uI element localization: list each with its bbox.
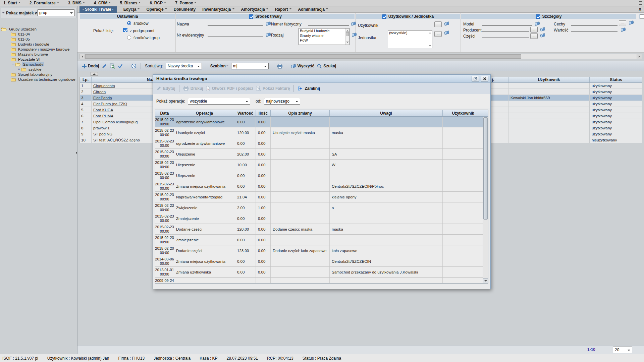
tree-item[interactable]: 011-05 [0, 37, 77, 42]
history-column-header[interactable]: Data [155, 110, 174, 116]
radio-srodkow-i-grup[interactable] [127, 36, 131, 40]
eraser-icon[interactable] [629, 20, 634, 25]
horizontal-scrollbar[interactable] [79, 54, 642, 59]
module-menu-item[interactable]: Operacje [146, 7, 167, 12]
eraser-icon[interactable] [266, 33, 271, 37]
expand-icon[interactable]: + [17, 67, 21, 71]
rodzaj-option[interactable]: Budynki i budowle [299, 28, 345, 33]
rodzaj-option[interactable]: Grunty własne [299, 33, 345, 38]
tree-item[interactable]: Sprzęt laboratoryjny [0, 72, 77, 77]
scroll-down-icon[interactable] [346, 42, 349, 44]
asset-name-link[interactable]: Fiat Punto (na FZK) [93, 102, 127, 106]
scroll-thumb[interactable] [483, 117, 488, 220]
history-row[interactable]: 2015-02-2300:00Ulepszenie0.000.00 [155, 170, 483, 181]
jednostka-picker-button[interactable]: ... [434, 31, 442, 37]
asset-name-link[interactable]: Citroen [93, 90, 106, 94]
scrollbar[interactable] [345, 28, 349, 45]
asset-name-link[interactable]: prawowl1 [93, 126, 110, 130]
scroll-thumb[interactable] [346, 32, 349, 36]
tree-item[interactable]: Grupy urządzeń [0, 26, 77, 32]
collapse-icon[interactable]: − [11, 62, 15, 66]
vertical-scrollbar[interactable] [483, 117, 488, 283]
uzytkownik-input[interactable] [388, 23, 432, 27]
history-column-header[interactable]: Ilość [256, 110, 271, 116]
history-row[interactable]: 2015-02-2300:00Naprawa/Remont/Przegląd21… [155, 192, 483, 202]
print-button[interactable]: Drukuj [183, 86, 203, 91]
cechy-input[interactable] [571, 21, 618, 26]
history-row[interactable]: 2012-01-0100:00Zmiana użytkownika0.000.0… [155, 267, 483, 278]
tree-item[interactable]: Komputery i maszyny biurowe [0, 47, 77, 52]
top-menu-item[interactable]: 7. Pomoc [175, 1, 196, 5]
jednostka-value[interactable]: (wszystkie) [388, 31, 432, 35]
producent-picker-button[interactable]: ... [530, 27, 538, 33]
top-menu-item[interactable]: 1. Start [3, 1, 20, 5]
wartosc-input[interactable] [571, 27, 618, 32]
scrollbar[interactable] [428, 31, 432, 48]
scroll-down-icon[interactable] [429, 45, 431, 48]
add-button[interactable]: Dodaj [82, 64, 99, 68]
operations-filter-select[interactable]: wszystkie [188, 98, 250, 105]
eraser-icon[interactable] [535, 21, 540, 26]
asset-name-link[interactable]: ST pod NG [93, 132, 112, 136]
numer-fabryczny-input[interactable] [308, 21, 349, 26]
fullscreen-icon[interactable] [639, 1, 642, 5]
eraser-icon[interactable] [352, 33, 357, 37]
chevron-down-icon[interactable] [2, 12, 5, 15]
top-menu-item[interactable]: 3. DMS [68, 1, 85, 5]
tree-item[interactable]: Maszyny biurowe [0, 52, 77, 57]
rodzaj-listbox[interactable]: Budynki i budowleGrunty własnePoW [299, 28, 350, 45]
asset-name-link[interactable]: Fiat Panda [93, 96, 112, 100]
top-menu-item[interactable]: 2. Formularze [30, 1, 59, 5]
asset-name-link[interactable]: Ford KUGA [93, 108, 113, 112]
history-row[interactable]: 2015-02-2300:00ogrodzenie antywłamaniowe… [155, 138, 483, 149]
nr-ewidencyjny-input[interactable] [208, 33, 263, 37]
eraser-icon[interactable] [444, 21, 449, 26]
top-menu-item[interactable]: 5. Biznes [120, 1, 141, 5]
tree-item[interactable]: 011-04 [0, 32, 77, 37]
clear-button[interactable]: Wyczyść [291, 64, 314, 68]
preview-button[interactable] [110, 63, 115, 69]
module-menu-item[interactable]: Amortyzacja [241, 7, 268, 12]
scroll-up-icon[interactable] [429, 31, 431, 34]
show-invoice-button[interactable]: Pokaż Fakturę [256, 86, 290, 91]
popout-button[interactable] [472, 76, 479, 82]
column-header-lp[interactable]: Lp. [80, 77, 92, 82]
asset-name-link[interactable]: Cinquecento [93, 84, 115, 88]
history-row[interactable]: 2015-02-2000:00Dodanie części123.000.00D… [155, 245, 483, 256]
model-input[interactable] [482, 21, 532, 26]
open-pdf-button[interactable]: Otwórz PDF i podpisz [206, 86, 253, 91]
eraser-icon[interactable] [266, 21, 271, 26]
scroll-right-icon[interactable] [637, 54, 642, 59]
from-filter-select[interactable]: najnowszego [264, 98, 300, 105]
edit-button[interactable] [102, 63, 107, 69]
eraser-icon[interactable] [621, 27, 626, 32]
czesci-picker-button[interactable]: ... [530, 33, 538, 39]
module-menu-item[interactable]: Inwentaryzacja [202, 7, 234, 12]
column-header-status[interactable]: Status [590, 77, 642, 82]
history-button[interactable] [131, 63, 137, 69]
confirm-button[interactable] [118, 64, 123, 68]
asset-name-link[interactable]: ST test: AĆĘŃÓŚŹŻ ąćęńó [93, 138, 140, 142]
tree-item[interactable]: Pozostałe ST [0, 57, 77, 62]
column-header-uzytkownik[interactable]: Użytkownik [508, 77, 590, 82]
history-column-header[interactable]: Wartość [235, 110, 256, 116]
checkbox-szczegoly[interactable] [536, 14, 540, 19]
module-tab-srodki-trwale[interactable]: · Środki Trwałe · [79, 6, 117, 13]
history-row[interactable]: 2015-02-2300:00ogrodzenie antywłamaniowe… [155, 117, 483, 127]
checkbox-partial[interactable] [640, 14, 644, 19]
history-row[interactable]: 2015-02-2300:00Ulepszenie10.000.00W [155, 160, 483, 170]
history-column-header[interactable]: Opis zmiany [271, 110, 330, 116]
history-row[interactable]: 2009-09-2400:00 [155, 278, 483, 283]
top-menu-item[interactable]: 4. CRM [94, 1, 111, 5]
sort-select[interactable]: Nazwy środka [166, 63, 202, 69]
cechy-picker-button[interactable]: ... [619, 20, 626, 26]
radio-srodkow[interactable] [127, 21, 131, 25]
scroll-thumb[interactable] [85, 54, 521, 59]
checkbox-z-podgrupami[interactable] [123, 28, 127, 32]
search-button[interactable]: Szukaj [317, 64, 336, 69]
module-menu-item[interactable]: Administracja [298, 7, 328, 12]
edit-button[interactable]: Edytuj [156, 86, 175, 91]
history-row[interactable]: 2015-02-2300:00Zmiana miejsca użytkowani… [155, 181, 483, 192]
history-row[interactable]: 2015-02-2300:00Ulepszenie202.000.00SA [155, 149, 483, 160]
jednostka-listbox[interactable]: (wszystkie) [388, 30, 432, 48]
